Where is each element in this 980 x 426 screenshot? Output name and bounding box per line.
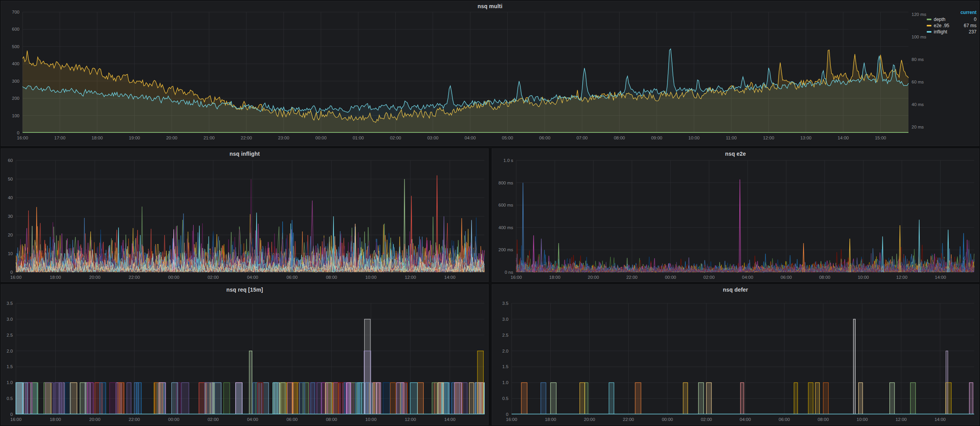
pulse-fill bbox=[119, 383, 124, 414]
y-tick-label: 0 bbox=[506, 412, 508, 417]
pulse-fill bbox=[100, 383, 106, 414]
panel-nsq-inflight: 16:0018:0020:0022:0000:0002:0004:0006:00… bbox=[1, 148, 489, 282]
x-tick-label: 08:00 bbox=[614, 136, 625, 140]
x-tick-label: 18:00 bbox=[92, 136, 103, 140]
x-tick-label: 10:00 bbox=[688, 136, 700, 140]
x-tick-label: 04:00 bbox=[742, 275, 753, 280]
pulse-fill bbox=[432, 383, 437, 414]
pulse-fill bbox=[338, 383, 344, 414]
y-tick-label: 400 ms bbox=[498, 225, 513, 230]
chart-nsq-defer: 16:0018:0020:0022:0000:0002:0004:0006:00… bbox=[492, 285, 979, 425]
pulse-fill bbox=[45, 383, 53, 414]
pulse-fill bbox=[469, 383, 474, 414]
x-tick-label: 14:00 bbox=[935, 275, 946, 280]
panel-body-nsq-e2e: 16:0018:0020:0022:0000:0002:0004:0006:00… bbox=[492, 149, 979, 282]
x-tick-label: 11:00 bbox=[726, 136, 737, 140]
x-tick-label: 16:00 bbox=[10, 417, 22, 422]
pulse-fill bbox=[273, 383, 278, 414]
panel-title-nsq-multi[interactable]: nsq multi bbox=[1, 1, 979, 11]
y-tick-label: 200 ms bbox=[498, 247, 513, 252]
x-tick-label: 18:00 bbox=[549, 275, 561, 280]
notable-spike bbox=[739, 179, 741, 272]
panel-body-nsq-defer: 16:0018:0020:0022:0000:0002:0004:0006:00… bbox=[492, 285, 979, 425]
pulse-fill bbox=[853, 319, 855, 414]
x-tick-label: 12:00 bbox=[405, 417, 416, 422]
x-tick-label: 04:00 bbox=[465, 136, 476, 140]
x-tick-label: 04:00 bbox=[247, 275, 258, 280]
x-tick-label: 02:00 bbox=[208, 417, 219, 422]
panel-nsq-req-15m: 16:0018:0020:0022:0000:0002:0004:0006:00… bbox=[1, 284, 489, 425]
legend-item-inflight[interactable]: inflight 237 bbox=[926, 29, 977, 35]
x-tick-label: 06:00 bbox=[286, 275, 298, 280]
x-tick-label: 22:00 bbox=[129, 417, 140, 422]
y-tick-label: 1.0 bbox=[7, 380, 13, 385]
pulse-fill bbox=[65, 383, 71, 414]
x-tick-label: 20:00 bbox=[588, 275, 599, 280]
x-tick-label: 14:00 bbox=[935, 417, 946, 422]
panel-title-nsq-e2e[interactable]: nsq e2e bbox=[492, 149, 979, 159]
x-tick-label: 08:00 bbox=[819, 275, 830, 280]
pulse-fill bbox=[80, 383, 86, 414]
pulse-fill bbox=[580, 383, 585, 414]
panel-title-nsq-req-15m[interactable]: nsq req [15m] bbox=[1, 285, 488, 295]
x-tick-label: 09:00 bbox=[651, 136, 662, 140]
x-tick-label: 16:00 bbox=[10, 275, 22, 280]
x-tick-label: 05:00 bbox=[502, 136, 513, 140]
x-tick-label: 16:00 bbox=[506, 417, 517, 422]
right-y-tick-label: 120 ms bbox=[912, 12, 926, 17]
panel-title-nsq-inflight[interactable]: nsq inflight bbox=[1, 149, 488, 159]
x-tick-label: 12:00 bbox=[405, 275, 416, 280]
pulse-fill bbox=[258, 383, 263, 414]
x-tick-label: 14:00 bbox=[838, 136, 849, 140]
axis-labels: 16:0018:0020:0022:0000:0002:0004:0006:00… bbox=[498, 158, 946, 280]
legend-label-e2e-95: e2e .95 bbox=[934, 23, 949, 28]
legend-item-depth[interactable]: depth 0 bbox=[926, 16, 977, 23]
chart-nsq-req-15m: 16:0018:0020:0022:0000:0002:0004:0006:00… bbox=[1, 285, 488, 425]
x-tick-label: 08:00 bbox=[818, 417, 829, 422]
x-tick-label: 16:00 bbox=[17, 136, 28, 140]
panel-title-nsq-defer[interactable]: nsq defer bbox=[492, 285, 979, 295]
y-tick-label: 20 bbox=[8, 233, 13, 237]
legend-label-inflight: inflight bbox=[934, 29, 947, 35]
pulse-fill bbox=[182, 383, 189, 414]
pulse-fill bbox=[706, 383, 711, 414]
pulse-fill bbox=[70, 383, 77, 414]
pulse-fill bbox=[397, 383, 404, 414]
pulse-fill bbox=[54, 383, 62, 414]
x-tick-label: 06:00 bbox=[779, 417, 790, 422]
panel-body-nsq-inflight: 16:0018:0020:0022:0000:0002:0004:0006:00… bbox=[1, 149, 488, 282]
x-tick-label: 10:00 bbox=[857, 417, 868, 422]
pulse-fill bbox=[635, 383, 641, 414]
pulse-fill bbox=[585, 383, 588, 414]
x-tick-label: 14:00 bbox=[444, 275, 456, 280]
pulse-fill bbox=[683, 383, 688, 414]
pulse-fill bbox=[808, 383, 813, 414]
x-tick-label: 13:00 bbox=[800, 136, 812, 140]
x-tick-label: 17:00 bbox=[54, 136, 66, 140]
panel-body-nsq-multi: 16:0017:0018:0019:0020:0021:0022:0023:00… bbox=[1, 1, 979, 146]
x-tick-label: 02:00 bbox=[208, 275, 219, 280]
y-tick-label: 0.5 bbox=[7, 396, 13, 401]
x-tick-label: 04:00 bbox=[247, 417, 258, 422]
legend-value-inflight: 237 bbox=[969, 29, 977, 35]
panel-nsq-multi: 16:0017:0018:0019:0020:0021:0022:0023:00… bbox=[1, 1, 979, 146]
y-tick-label: 2.5 bbox=[502, 333, 508, 337]
y-tick-label: 50 bbox=[8, 177, 13, 181]
y-tick-label: 3.5 bbox=[7, 301, 13, 306]
y-tick-label: 1.0 bbox=[502, 380, 508, 385]
pulse-fill bbox=[461, 383, 467, 414]
legend-label-depth: depth bbox=[934, 17, 945, 22]
legend-item-e2e-95[interactable]: e2e .95 67 ms bbox=[926, 23, 977, 29]
series-swatch-inflight bbox=[927, 31, 931, 33]
pulse-fill bbox=[87, 383, 94, 414]
pulse-fill bbox=[311, 383, 314, 414]
y-tick-label: 1.5 bbox=[7, 364, 13, 369]
pulse-fill bbox=[16, 383, 23, 414]
x-tick-label: 18:00 bbox=[545, 417, 556, 422]
y-tick-label: 2.0 bbox=[502, 349, 508, 353]
pulse-fill bbox=[159, 383, 166, 414]
pulse-fill bbox=[383, 383, 390, 414]
x-tick-label: 10:00 bbox=[858, 275, 869, 280]
legend-current-header: current bbox=[926, 10, 977, 16]
x-tick-label: 08:00 bbox=[326, 417, 337, 422]
